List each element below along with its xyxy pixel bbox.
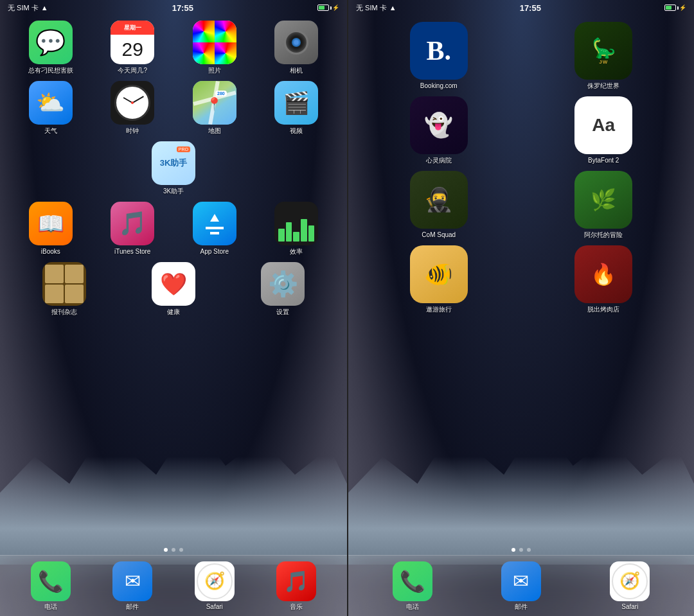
app-messages[interactable]: 总有刁民想害朕 <box>15 21 86 75</box>
bytafont-icon: Aa <box>574 96 632 154</box>
dock-safari[interactable]: 🧭 Safari <box>195 561 235 611</box>
dock-mail-right[interactable]: ✉ 邮件 <box>501 561 541 611</box>
bar-4 <box>301 219 307 242</box>
3k-label: 3K助手 <box>163 188 184 195</box>
squad-emoji: 🥷 <box>424 186 453 213</box>
calendar-date: 29 <box>111 35 154 64</box>
stocks-icon <box>274 202 318 245</box>
dock-music[interactable]: 音乐 <box>276 561 316 611</box>
bytafont-aa: Aa <box>592 115 615 136</box>
newsstand-1 <box>45 265 64 283</box>
dock-phone-right[interactable]: 电话 <box>393 561 432 611</box>
jw-text: JW <box>599 59 608 65</box>
app-ibooks[interactable]: iBooks <box>15 202 86 256</box>
page-dot-2 <box>172 548 175 552</box>
settings-icon: ⚙️ <box>261 262 305 306</box>
app-calendar[interactable]: 星期一 29 今天周几? <box>97 21 168 75</box>
3k-pro-badge: PRO <box>177 146 190 152</box>
wifi-icon-right: ▲ <box>389 4 396 12</box>
app-maps[interactable]: 280 📍 地图 <box>179 81 250 135</box>
camera-label: 相机 <box>290 67 303 75</box>
heart-icon: ❤️ <box>160 271 187 297</box>
travel-emoji: 🐠 <box>424 261 453 288</box>
right-left-col: B. Booking.com 👻 心灵病院 🥷 CoM Squad <box>361 22 517 313</box>
app-bytafont[interactable]: Aa BytaFont 2 <box>526 96 682 164</box>
3k-icon: 3K助手 PRO <box>152 141 195 185</box>
escape-horror-label: 心灵病院 <box>426 157 452 164</box>
dock-mail-icon: ✉ <box>112 561 152 601</box>
dock-safari-right[interactable]: 🧭 Safari <box>610 561 650 611</box>
gear-icon: ⚙️ <box>268 270 298 298</box>
app-escape-horror[interactable]: 👻 心灵病院 <box>361 96 517 164</box>
dock-safari-label-right: Safari <box>621 603 638 611</box>
status-bar-left: 无 SIM 卡 ▲ 17:55 ⚡ <box>0 0 347 15</box>
calendar-icon: 星期一 29 <box>111 21 154 64</box>
app-3k[interactable]: 3K助手 PRO 3K助手 <box>138 141 209 195</box>
health-inner: ❤️ <box>152 262 195 306</box>
app-row-5: 报刊杂志 ❤️ 健康 ⚙️ 设置 <box>10 262 337 316</box>
com-squad-icon: 🥷 <box>410 171 468 229</box>
escape-horror-icon: 👻 <box>410 96 468 154</box>
jurassic-label: 侏罗纪世界 <box>587 82 619 90</box>
dock-phone-label-right: 电话 <box>406 603 419 611</box>
camera-icon <box>274 21 318 64</box>
bar-container <box>278 216 314 242</box>
apps-grid-left: 总有刁民想害朕 星期一 29 今天周几? 照片 <box>0 15 347 325</box>
app-weather[interactable]: 天气 <box>15 81 86 135</box>
compass-icon: 🧭 <box>204 571 225 591</box>
phone-left: 无 SIM 卡 ▲ 17:55 ⚡ 总有刁民想害朕 <box>0 0 347 616</box>
app-newsstand[interactable]: 报刊杂志 <box>29 262 100 316</box>
status-right-right: ⚡ <box>664 4 686 11</box>
maps-pin: 📍 <box>206 96 222 112</box>
ibooks-label: iBooks <box>41 248 60 256</box>
app-videos[interactable]: 视频 <box>261 81 332 135</box>
appstore-label: App Store <box>200 248 229 256</box>
maps-inner: 280 📍 <box>193 81 236 125</box>
weather-icon <box>29 81 73 125</box>
status-left: 无 SIM 卡 ▲ <box>8 3 48 13</box>
horror-emoji: 👻 <box>424 112 453 139</box>
dock-safari-icon-right: 🧭 <box>610 561 650 601</box>
dock-mail-label: 邮件 <box>126 603 139 611</box>
app-jurassic[interactable]: 🦕 JW 侏罗纪世界 <box>526 22 682 90</box>
photos-label: 照片 <box>208 67 221 75</box>
calendar-weekday: 星期一 <box>111 21 154 35</box>
alto-icon: 🌿 <box>574 171 632 229</box>
app-stocks[interactable]: 效率 <box>261 202 332 256</box>
app-camera[interactable]: 相机 <box>261 21 332 75</box>
app-itunes[interactable]: 🎵 iTunes Store <box>97 202 168 256</box>
videos-label: 视频 <box>290 127 303 135</box>
page-dot-r1 <box>512 548 515 552</box>
app-photos[interactable]: 照片 <box>179 21 250 75</box>
page-dot-3 <box>179 548 183 552</box>
status-right-left: ⚡ <box>317 4 339 11</box>
app-settings[interactable]: ⚙️ 设置 <box>247 262 318 316</box>
com-squad-label: CoM Squad <box>422 231 456 239</box>
app-clock[interactable]: 时钟 <box>97 81 168 135</box>
dock-mail[interactable]: ✉ 邮件 <box>112 561 152 611</box>
dock-phone-icon-right <box>393 561 432 601</box>
ibooks-icon <box>29 202 73 245</box>
mail-icon-right: ✉ <box>513 570 529 592</box>
app-escape-bbq[interactable]: 🔥 脱出烤肉店 <box>526 245 682 313</box>
status-left-right: 无 SIM 卡 ▲ <box>356 3 396 13</box>
maps-icon: 280 📍 <box>193 81 236 125</box>
dock-phone-icon <box>31 561 71 601</box>
app-com-squad[interactable]: 🥷 CoM Squad <box>361 171 517 239</box>
bytafont-label: BytaFont 2 <box>588 157 619 164</box>
app-booking[interactable]: B. Booking.com <box>361 22 517 90</box>
clock-icon <box>111 81 154 125</box>
clock-face <box>114 85 150 121</box>
stocks-label: 效率 <box>290 248 303 256</box>
itunes-icon: 🎵 <box>111 202 154 245</box>
app-row-4: iBooks 🎵 iTunes Store <box>10 202 337 256</box>
newsstand-inner <box>42 262 86 306</box>
status-bar-right: 无 SIM 卡 ▲ 17:55 ⚡ <box>348 0 694 15</box>
app-travel[interactable]: 🐠 遨游旅行 <box>361 245 517 313</box>
dock-phone[interactable]: 电话 <box>31 561 71 611</box>
battery-right: ⚡ <box>664 4 686 11</box>
app-appstore[interactable]: App Store <box>179 202 250 256</box>
page-dot-r3 <box>527 548 531 552</box>
app-health[interactable]: ❤️ 健康 <box>138 262 209 316</box>
app-alto[interactable]: 🌿 阿尔托的冒险 <box>526 171 682 239</box>
